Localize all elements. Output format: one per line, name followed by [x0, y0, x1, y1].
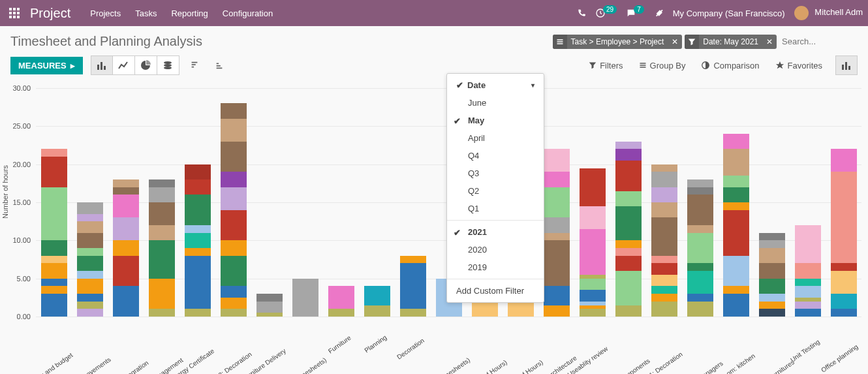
groupby-toggle[interactable]: Group By [639, 61, 686, 70]
debug-icon[interactable] [653, 8, 664, 18]
filter-option[interactable]: Q1 [447, 200, 544, 217]
bar-segment[interactable] [77, 248, 103, 256]
filter-year[interactable]: 2020 [447, 241, 544, 258]
bar-segment[interactable] [615, 191, 642, 206]
bar-segment[interactable] [77, 302, 103, 309]
bar-segment[interactable] [831, 271, 857, 294]
bar-segment[interactable] [544, 233, 570, 241]
line-chart-button[interactable] [113, 55, 135, 75]
bar-segment[interactable] [723, 286, 749, 294]
filter-option[interactable]: ✔May [447, 112, 544, 129]
bar-segment[interactable] [795, 302, 821, 309]
bar-segment[interactable] [185, 248, 211, 256]
bar-segment[interactable] [149, 309, 175, 317]
bar-segment[interactable] [328, 286, 354, 309]
bar-segment[interactable] [615, 206, 642, 241]
filter-option[interactable]: Q2 [447, 182, 544, 200]
bar-segment[interactable] [687, 233, 713, 264]
filter-year[interactable]: 2019 [447, 258, 544, 276]
measures-button[interactable]: MEASURES ▸ [10, 57, 83, 74]
bar-segment[interactable] [723, 134, 749, 149]
bar-segment[interactable] [759, 309, 785, 317]
bar-segment[interactable] [615, 256, 642, 271]
bar-segment[interactable] [723, 210, 749, 256]
bar-segment[interactable] [256, 294, 283, 302]
bar-column[interactable]: Desk Chairs for managers [682, 179, 718, 317]
bar-segment[interactable] [580, 206, 606, 229]
bar-segment[interactable] [149, 279, 175, 309]
bar-segment[interactable] [221, 119, 247, 142]
bar-column[interactable]: Create new components [610, 142, 646, 317]
bar-segment[interactable] [41, 157, 67, 187]
bar-segment[interactable] [185, 256, 211, 309]
user-menu[interactable]: Mitchell Adm [794, 6, 863, 20]
bar-segment[interactable] [77, 271, 103, 279]
menu-projects[interactable]: Projects [90, 8, 121, 18]
bar-segment[interactable] [77, 233, 103, 248]
bar-column[interactable]: Furniture Delivery [251, 294, 287, 317]
bar-segment[interactable] [149, 187, 175, 202]
bar-segment[interactable] [795, 279, 821, 287]
bar-column[interactable]: Lunch Room: kitchen [718, 134, 754, 317]
search-input[interactable] [779, 35, 858, 48]
bar-segment[interactable] [651, 164, 677, 172]
bar-segment[interactable] [149, 240, 175, 278]
menu-tasks[interactable]: Tasks [135, 8, 157, 18]
bar-segment[interactable] [113, 187, 139, 195]
bar-segment[interactable] [113, 179, 139, 187]
bar-segment[interactable] [41, 240, 67, 255]
bar-segment[interactable] [759, 294, 785, 302]
filter-year[interactable]: ✔2021 [447, 223, 544, 241]
bar-segment[interactable] [77, 214, 103, 222]
bar-segment[interactable] [185, 233, 211, 248]
menu-reporting[interactable]: Reporting [171, 8, 208, 18]
bar-segment[interactable] [77, 279, 103, 294]
bar-chart-button[interactable] [91, 55, 113, 75]
bar-segment[interactable] [221, 210, 247, 241]
graph-view-button[interactable] [835, 55, 858, 75]
bar-segment[interactable] [580, 290, 606, 302]
bar-segment[interactable] [185, 179, 211, 195]
bar-segment[interactable] [256, 313, 283, 317]
bar-segment[interactable] [544, 305, 570, 317]
bar-segment[interactable] [651, 286, 677, 294]
bar-segment[interactable] [221, 142, 247, 172]
bar-column[interactable]: Document management [144, 179, 179, 317]
bar-segment[interactable] [400, 309, 426, 317]
bar-segment[interactable] [759, 240, 785, 248]
messages-button[interactable]: 7 [626, 8, 644, 18]
bar-segment[interactable] [687, 187, 713, 195]
bar-segment[interactable] [149, 202, 175, 225]
bar-segment[interactable] [723, 176, 749, 187]
bar-segment[interactable] [149, 225, 175, 240]
bar-segment[interactable] [615, 149, 642, 161]
bar-segment[interactable] [185, 309, 211, 317]
bar-segment[interactable] [687, 271, 713, 294]
bar-segment[interactable] [580, 279, 606, 290]
bar-segment[interactable] [41, 279, 67, 287]
bar-segment[interactable] [615, 248, 642, 256]
bar-segment[interactable] [77, 256, 103, 271]
bar-segment[interactable] [580, 168, 606, 206]
bar-column[interactable]: Furniture [323, 286, 359, 317]
bar-segment[interactable] [544, 149, 570, 172]
bar-segment[interactable] [221, 103, 247, 118]
bar-segment[interactable] [580, 309, 606, 317]
bar-segment[interactable] [615, 161, 642, 191]
bar-segment[interactable] [687, 294, 713, 302]
bar-segment[interactable] [77, 309, 103, 317]
add-custom-filter[interactable]: Add Custom Filter [447, 282, 544, 300]
bar-segment[interactable] [544, 172, 570, 187]
bar-segment[interactable] [544, 240, 570, 286]
bar-segment[interactable] [149, 179, 175, 187]
bar-segment[interactable] [113, 240, 139, 255]
bar-segment[interactable] [580, 229, 606, 275]
bar-segment[interactable] [41, 187, 67, 241]
bar-column[interactable]: Office planning [826, 149, 861, 317]
filter-option[interactable]: Q4 [447, 147, 544, 164]
bar-segment[interactable] [221, 298, 247, 309]
bar-segment[interactable] [687, 225, 713, 233]
bar-segment[interactable] [831, 309, 857, 317]
bar-segment[interactable] [723, 256, 749, 287]
bar-segment[interactable] [687, 179, 713, 187]
